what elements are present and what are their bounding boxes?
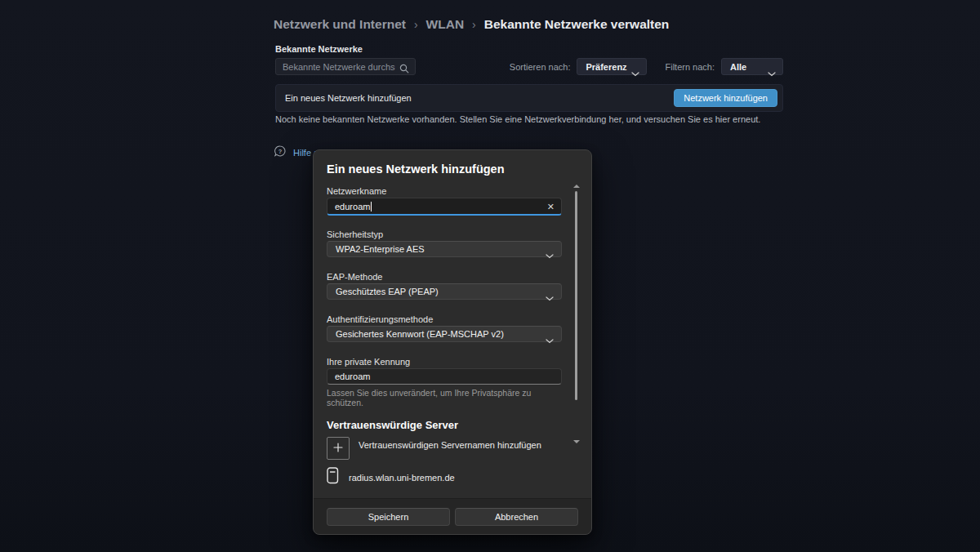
search-input[interactable]: Bekannte Netzwerke durchsuchen xyxy=(275,58,416,75)
network-name-value: eduroam xyxy=(335,202,370,211)
settings-window: Netzwerk und Internet › WLAN › Bekannte … xyxy=(0,0,980,552)
eap-method-value: Geschütztes EAP (PEAP) xyxy=(336,287,439,296)
security-type-label: Sicherheitstyp xyxy=(327,229,562,239)
chevron-down-icon xyxy=(546,247,554,262)
sort-filter-group: Sortieren nach: Präferenz Filtern nach: … xyxy=(510,58,783,75)
dialog-title: Ein neues Netzwerk hinzufügen xyxy=(327,150,562,176)
text-cursor xyxy=(371,202,372,211)
empty-networks-message: Noch keine bekannten Netzwerke vorhanden… xyxy=(275,114,760,124)
save-button[interactable]: Speichern xyxy=(327,508,450,526)
breadcrumb-separator: › xyxy=(472,18,476,31)
filter-select-value: Alle xyxy=(730,62,746,72)
chevron-down-icon xyxy=(546,290,554,305)
network-name-input[interactable]: eduroam ✕ xyxy=(327,198,562,216)
dialog-scrollbar[interactable] xyxy=(573,185,578,443)
auth-method-select[interactable]: Gesichertes Kennwort (EAP-MSCHAP v2) xyxy=(327,326,562,342)
auth-method-value: Gesichertes Kennwort (EAP-MSCHAP v2) xyxy=(336,329,504,339)
add-trusted-server-row: Vertrauenswürdigen Servernamen hinzufüge… xyxy=(327,437,562,460)
add-trusted-server-label: Vertrauenswürdigen Servernamen hinzufüge… xyxy=(359,440,541,450)
private-identity-hint: Lassen Sie dies unverändert, um Ihre Pri… xyxy=(327,388,562,407)
private-identity-label: Ihre private Kennung xyxy=(327,357,562,367)
plus-icon xyxy=(333,443,343,455)
dialog-body: Ein neues Netzwerk hinzufügen Netzwerkna… xyxy=(314,150,591,499)
add-network-dialog: Ein neues Netzwerk hinzufügen Netzwerkna… xyxy=(313,149,592,535)
scrollbar-down-arrow-icon[interactable] xyxy=(573,440,580,443)
private-identity-value: eduroam xyxy=(335,372,370,381)
breadcrumb-item-wlan[interactable]: WLAN xyxy=(426,17,465,32)
private-identity-input[interactable]: eduroam xyxy=(327,368,562,385)
breadcrumb: Netzwerk und Internet › WLAN › Bekannte … xyxy=(274,17,669,32)
trusted-servers-heading: Vertrauenswürdige Server xyxy=(327,419,562,431)
breadcrumb-separator: › xyxy=(414,18,418,31)
trusted-server-item[interactable]: radius.wlan.uni-bremen.de xyxy=(327,467,562,487)
cancel-button[interactable]: Abbrechen xyxy=(455,508,578,526)
filter-select[interactable]: Alle xyxy=(721,58,783,75)
toolbar-row: Bekannte Netzwerke durchsuchen Sortieren… xyxy=(275,58,783,75)
chevron-down-icon xyxy=(768,65,776,80)
add-trusted-server-button[interactable] xyxy=(327,437,350,460)
add-network-card: Ein neues Netzwerk hinzufügen Netzwerk h… xyxy=(275,84,783,112)
add-network-card-text: Ein neues Netzwerk hinzufügen xyxy=(285,93,412,103)
eap-method-select[interactable]: Geschütztes EAP (PEAP) xyxy=(327,283,562,300)
auth-method-label: Authentifizierungsmethode xyxy=(327,314,562,324)
breadcrumb-item-current-page: Bekannte Netzwerke verwalten xyxy=(484,17,670,32)
server-tag-icon xyxy=(327,467,339,487)
sort-select-value: Präferenz xyxy=(586,62,626,72)
breadcrumb-item-network-internet[interactable]: Netzwerk und Internet xyxy=(274,17,406,32)
scrollbar-up-arrow-icon[interactable] xyxy=(573,185,580,188)
dialog-footer: Speichern Abbrechen xyxy=(314,498,591,534)
help-icon: ? xyxy=(274,145,286,160)
add-network-button[interactable]: Netzwerk hinzufügen xyxy=(674,89,777,107)
sort-label: Sortieren nach: xyxy=(510,62,571,72)
search-icon[interactable] xyxy=(399,62,409,77)
filter-label: Filtern nach: xyxy=(665,62,715,72)
scrollbar-thumb[interactable] xyxy=(575,191,577,400)
chevron-down-icon xyxy=(546,332,554,347)
network-name-label: Netzwerkname xyxy=(327,186,562,196)
security-type-value: WPA2-Enterprise AES xyxy=(336,244,425,254)
eap-method-label: EAP-Methode xyxy=(327,272,562,282)
clear-input-icon[interactable]: ✕ xyxy=(547,201,555,213)
svg-text:?: ? xyxy=(278,148,283,155)
known-networks-label: Bekannte Netzwerke xyxy=(275,44,363,54)
security-type-select[interactable]: WPA2-Enterprise AES xyxy=(327,241,562,257)
trusted-server-name: radius.wlan.uni-bremen.de xyxy=(349,473,455,483)
search-placeholder: Bekannte Netzwerke durchsuchen xyxy=(283,62,395,72)
chevron-down-icon xyxy=(631,65,639,80)
sort-select[interactable]: Präferenz xyxy=(577,58,647,75)
